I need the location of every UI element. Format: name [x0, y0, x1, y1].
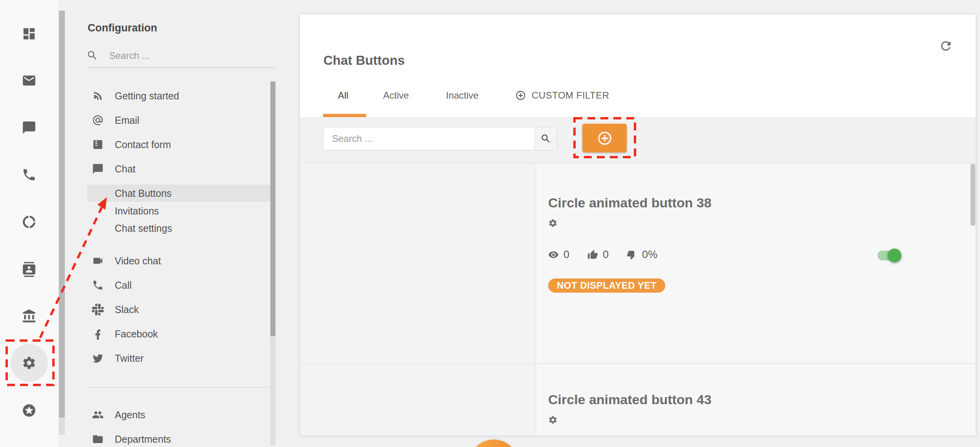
form-icon — [92, 139, 104, 150]
config-scrollbar-thumb[interactable] — [270, 82, 275, 336]
row-divider — [300, 363, 976, 364]
menu-item-slack[interactable]: Slack — [65, 301, 270, 318]
agents-icon — [92, 409, 104, 421]
contacts-icon[interactable] — [22, 262, 37, 277]
gear-icon[interactable] — [548, 415, 558, 425]
departments-icon — [92, 433, 104, 445]
at-icon — [92, 114, 104, 126]
row-preview-cell — [300, 164, 536, 363]
thumb-down-icon — [627, 249, 637, 260]
phone-icon[interactable] — [22, 167, 37, 182]
row-title: Circle animated button 43 — [548, 392, 712, 407]
left-nav-rail — [0, 0, 58, 447]
row-preview-cell — [300, 364, 536, 436]
tab-all[interactable]: All — [338, 87, 349, 104]
chat-bubble-icon — [92, 163, 104, 175]
menu-item-contact-form[interactable]: Contact form — [65, 136, 270, 153]
chat-icon[interactable] — [22, 120, 37, 135]
menu-item-twitter[interactable]: Twitter — [65, 350, 270, 367]
progress-ring-icon[interactable] — [22, 214, 37, 229]
video-icon — [92, 255, 104, 267]
menu-item-agents[interactable]: Agents — [65, 406, 270, 423]
add-chat-button[interactable] — [582, 124, 627, 152]
circle-chat-button[interactable] — [469, 440, 519, 447]
menu-item-invitations[interactable]: Invitations — [65, 202, 270, 220]
views-stat: 0 — [548, 249, 569, 261]
configuration-panel: Configuration Getting started Email Cont… — [65, 0, 275, 447]
search-icon — [540, 133, 551, 144]
thumb-up-icon — [587, 249, 598, 260]
conversion-stat: 0% — [627, 249, 657, 261]
config-search-input[interactable] — [108, 47, 255, 64]
menu-item-chat-settings[interactable]: Chat settings — [65, 220, 270, 237]
add-circle-icon — [597, 130, 613, 146]
row-details-cell — [536, 164, 976, 363]
main-scrollbar-thumb[interactable] — [971, 164, 975, 226]
mail-icon[interactable] — [22, 73, 37, 88]
toggle-knob — [888, 249, 901, 262]
card-header: Chat Buttons All Active Inactive CUSTOM … — [300, 15, 976, 117]
row-toggle[interactable] — [877, 251, 901, 260]
list-search-group — [323, 127, 557, 150]
search-icon — [86, 49, 98, 61]
menu-item-departments[interactable]: Departments — [65, 431, 270, 447]
eye-icon — [548, 249, 559, 260]
left-scrollbar-thumb[interactable] — [59, 11, 65, 418]
bank-icon[interactable] — [22, 309, 37, 324]
search-submit-button[interactable] — [534, 127, 557, 150]
settings-icon[interactable] — [22, 355, 37, 370]
menu-item-call[interactable]: Call — [65, 277, 270, 294]
tab-inactive[interactable]: Inactive — [446, 87, 479, 104]
search-underline — [88, 68, 275, 68]
dashboard-icon[interactable] — [22, 26, 37, 41]
add-circle-icon — [515, 90, 526, 101]
slack-icon — [92, 304, 104, 315]
panel-title: Configuration — [88, 22, 157, 34]
menu-divider — [88, 387, 275, 388]
column-divider — [536, 163, 536, 436]
menu-item-chat[interactable]: Chat — [65, 160, 270, 178]
row-stats: 0 0 0% — [548, 249, 657, 261]
list-search-input[interactable] — [323, 127, 534, 150]
app-window: Configuration Getting started Email Cont… — [0, 0, 980, 447]
twitter-icon — [92, 352, 104, 364]
status-badge: NOT DISPLAYED YET — [548, 278, 665, 293]
chat-buttons-card: Chat Buttons All Active Inactive CUSTOM … — [300, 15, 976, 435]
facebook-icon — [92, 328, 104, 340]
row-title: Circle animated button 38 — [548, 195, 712, 211]
active-tab-underline — [323, 114, 366, 117]
refresh-icon[interactable] — [939, 39, 953, 53]
page-title: Chat Buttons — [323, 53, 405, 68]
menu-item-facebook[interactable]: Facebook — [65, 325, 270, 343]
tab-custom-filter[interactable]: CUSTOM FILTER — [515, 87, 609, 104]
likes-stat: 0 — [587, 249, 609, 261]
menu-item-video-chat[interactable]: Video chat — [65, 252, 270, 269]
menu-item-getting-started[interactable]: Getting started — [65, 87, 270, 104]
menu-item-chat-buttons[interactable]: Chat Buttons — [87, 185, 270, 202]
toolbar — [300, 117, 976, 163]
gear-icon[interactable] — [548, 218, 558, 228]
phone-icon — [92, 279, 104, 291]
tab-active[interactable]: Active — [383, 87, 409, 104]
star-circle-icon[interactable] — [22, 403, 37, 418]
menu-item-email[interactable]: Email — [65, 112, 270, 129]
rss-icon — [92, 90, 104, 102]
